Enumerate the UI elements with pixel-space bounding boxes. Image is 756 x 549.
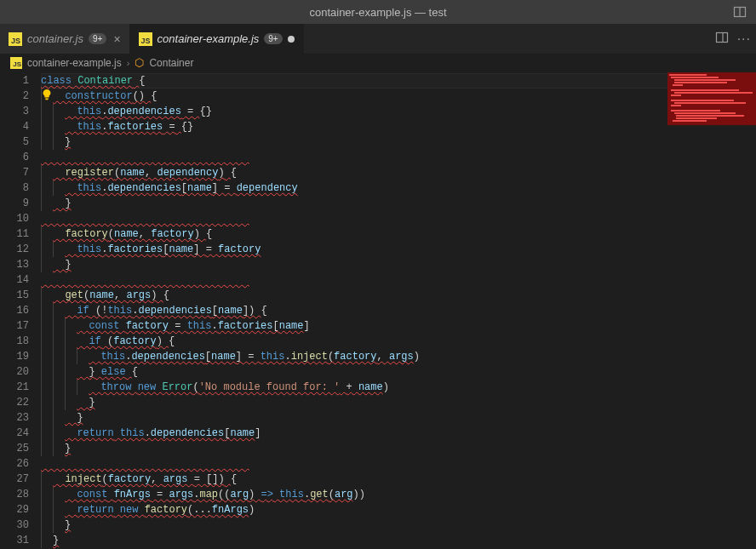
editor-actions: ··· bbox=[715, 24, 751, 54]
code-line[interactable]: get(name, args) { bbox=[41, 288, 756, 303]
editor[interactable]: 1234567891011121314151617181920212223242… bbox=[0, 72, 756, 549]
line-number: 22 bbox=[0, 395, 29, 410]
line-number: 11 bbox=[0, 226, 29, 242]
code-line[interactable]: this.dependencies[name] = dependency bbox=[41, 180, 756, 196]
code-line[interactable]: register(name, dependency) { bbox=[41, 165, 756, 180]
line-number: 13 bbox=[0, 257, 29, 272]
minimap[interactable] bbox=[667, 72, 756, 125]
line-number: 21 bbox=[0, 380, 29, 395]
problems-badge: 9+ bbox=[264, 33, 282, 44]
tab-bar: JScontainer.js9+×JScontainer-example.js9… bbox=[0, 24, 756, 54]
more-actions-icon[interactable]: ··· bbox=[737, 31, 751, 47]
code-line[interactable]: if (!this.dependencies[name]) { bbox=[41, 303, 756, 318]
breadcrumb[interactable]: JS container-example.js › ⬡ Container bbox=[0, 54, 756, 72]
split-layout-icon[interactable] bbox=[730, 3, 749, 21]
code-line[interactable]: throw new Error('No module found for: ' … bbox=[41, 380, 756, 395]
line-number: 5 bbox=[0, 134, 29, 150]
line-number: 17 bbox=[0, 318, 29, 334]
code-line[interactable]: } bbox=[41, 410, 756, 426]
code-line[interactable]: this.dependencies = {} bbox=[41, 104, 756, 119]
problems-badge: 9+ bbox=[89, 33, 106, 44]
close-tab-icon[interactable]: × bbox=[112, 32, 120, 46]
code-line[interactable]: } bbox=[41, 533, 756, 548]
js-file-icon: JS bbox=[10, 57, 22, 69]
line-number: 1 bbox=[0, 73, 29, 89]
code-line[interactable]: } bbox=[41, 257, 756, 272]
lightbulb-icon[interactable] bbox=[41, 89, 53, 100]
code-area[interactable]: class Container { constructor() { this.d… bbox=[41, 72, 756, 549]
line-number: 10 bbox=[0, 211, 29, 226]
code-line[interactable]: return new factory(...fnArgs) bbox=[41, 502, 756, 518]
line-number: 9 bbox=[0, 196, 29, 211]
code-line[interactable] bbox=[41, 456, 756, 472]
line-number: 15 bbox=[0, 288, 29, 303]
line-number: 28 bbox=[0, 487, 29, 502]
code-line[interactable]: this.dependencies[name] = this.inject(fa… bbox=[41, 349, 756, 364]
code-line[interactable]: class Container { bbox=[41, 73, 756, 89]
line-number: 4 bbox=[0, 119, 29, 134]
code-line[interactable]: } bbox=[41, 518, 756, 533]
line-number: 19 bbox=[0, 349, 29, 364]
svg-rect-2 bbox=[716, 33, 727, 43]
line-number: 18 bbox=[0, 334, 29, 349]
line-number: 31 bbox=[0, 533, 29, 548]
tab-label: container.js bbox=[27, 32, 83, 45]
titlebar-actions bbox=[730, 3, 749, 21]
line-number: 16 bbox=[0, 303, 29, 318]
code-line[interactable]: } else { bbox=[41, 364, 756, 380]
chevron-right-icon: › bbox=[127, 58, 130, 68]
code-line[interactable]: if (factory) { bbox=[41, 334, 756, 349]
class-symbol-icon: ⬡ bbox=[135, 56, 144, 69]
line-number: 7 bbox=[0, 165, 29, 180]
tab[interactable]: JScontainer-example.js9+ bbox=[130, 24, 304, 54]
code-line[interactable]: } bbox=[41, 134, 756, 150]
line-number: 14 bbox=[0, 272, 29, 288]
line-number: 30 bbox=[0, 518, 29, 533]
code-line[interactable]: constructor() { bbox=[41, 89, 756, 104]
code-line[interactable]: return this.dependencies[name] bbox=[41, 426, 756, 441]
breadcrumb-symbol[interactable]: Container bbox=[149, 57, 193, 69]
code-line[interactable]: this.factories = {} bbox=[41, 119, 756, 134]
line-number: 3 bbox=[0, 104, 29, 119]
window-title: container-example.js — test bbox=[309, 6, 446, 19]
code-line[interactable]: const fnArgs = args.map((arg) => this.ge… bbox=[41, 487, 756, 502]
line-number: 27 bbox=[0, 472, 29, 487]
line-number: 29 bbox=[0, 502, 29, 518]
tab[interactable]: JScontainer.js9+× bbox=[0, 24, 130, 54]
code-line[interactable]: } bbox=[41, 441, 756, 456]
tab-label: container-example.js bbox=[158, 32, 260, 45]
line-number: 24 bbox=[0, 426, 29, 441]
code-line[interactable]: } bbox=[41, 395, 756, 410]
line-number: 25 bbox=[0, 441, 29, 456]
code-line[interactable] bbox=[41, 150, 756, 165]
title-bar: container-example.js — test bbox=[0, 0, 756, 24]
js-file-icon: JS bbox=[9, 32, 22, 46]
code-line[interactable]: this.factories[name] = factory bbox=[41, 242, 756, 257]
code-line[interactable] bbox=[41, 211, 756, 226]
code-line[interactable]: inject(factory, args = []) { bbox=[41, 472, 756, 487]
code-line[interactable]: const factory = this.factories[name] bbox=[41, 318, 756, 334]
line-number: 6 bbox=[0, 150, 29, 165]
code-line[interactable]: } bbox=[41, 196, 756, 211]
line-number: 23 bbox=[0, 410, 29, 426]
split-editor-icon[interactable] bbox=[715, 31, 729, 47]
line-number: 8 bbox=[0, 180, 29, 196]
line-number-gutter: 1234567891011121314151617181920212223242… bbox=[0, 72, 41, 549]
line-number: 12 bbox=[0, 242, 29, 257]
dirty-indicator-icon bbox=[288, 36, 295, 43]
line-number: 26 bbox=[0, 456, 29, 472]
line-number: 20 bbox=[0, 364, 29, 380]
js-file-icon: JS bbox=[139, 32, 152, 46]
code-line[interactable]: factory(name, factory) { bbox=[41, 226, 756, 242]
code-line[interactable] bbox=[41, 272, 756, 288]
breadcrumb-file[interactable]: container-example.js bbox=[27, 57, 122, 69]
line-number: 2 bbox=[0, 89, 29, 104]
